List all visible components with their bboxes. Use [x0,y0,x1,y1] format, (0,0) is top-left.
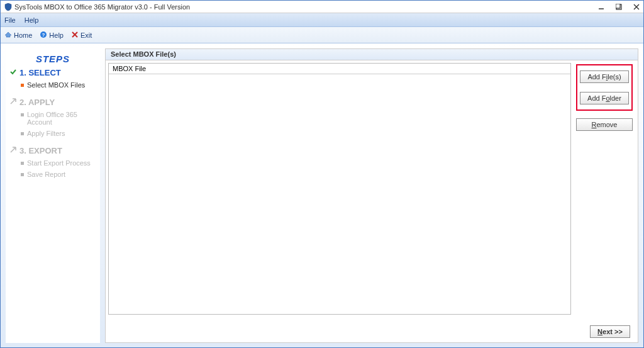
exit-icon [71,31,79,40]
maximize-icon[interactable] [616,4,622,10]
help-icon: ? [40,31,47,40]
close-icon[interactable] [633,4,640,10]
file-list[interactable]: MBOX File [108,63,571,315]
remove-button[interactable]: Remove [576,118,633,131]
step-sub-select-mbox[interactable]: Select MBOX Files [21,81,96,89]
titlebar: SysTools MBOX to Office 365 Migrator v3.… [1,1,643,13]
add-folder-button[interactable]: Add Folder [580,92,629,104]
toolbar-help[interactable]: ? Help [40,31,64,40]
column-header[interactable]: MBOX File [109,64,570,74]
menu-help[interactable]: Help [25,16,39,24]
step-sub-save-report: Save Report [21,171,96,178]
svg-rect-2 [616,4,620,8]
toolbar-home[interactable]: Home [4,31,32,40]
home-icon [4,31,12,40]
next-button[interactable]: Next >> [590,325,630,338]
minimize-icon[interactable] [598,4,604,10]
menubar: File Help [1,13,643,27]
step-1-select: 1. SELECT [9,68,96,77]
steps-sidebar: STEPS 1. SELECT Select MBOX Files 2. APP… [6,48,100,343]
toolbar: Home ? Help Exit [1,27,643,43]
menu-file[interactable]: File [4,16,16,24]
step-sub-filters: Apply Filters [21,130,96,137]
bullet-icon [21,132,24,135]
bullet-icon [21,162,24,165]
toolbar-exit[interactable]: Exit [71,31,92,40]
svg-text:?: ? [42,32,45,38]
panel-header: Select MBOX File(s) [106,49,638,60]
steps-title: STEPS [9,53,96,64]
highlight-box: Add File(s) Add Folder [576,64,633,111]
window-title: SysTools MBOX to Office 365 Migrator v3.… [14,3,598,11]
arrow-icon [9,146,17,155]
check-icon [9,68,17,77]
add-files-button[interactable]: Add File(s) [580,70,629,83]
bullet-icon [21,84,24,87]
step-sub-login: Login Office 365 Account [21,111,96,126]
main-panel: Select MBOX File(s) MBOX File Add File(s… [105,48,638,343]
app-icon [4,3,12,11]
bullet-icon [21,173,24,176]
step-sub-start-export: Start Export Process [21,159,96,167]
bullet-icon [21,113,24,116]
step-2-apply: 2. APPLY [9,98,96,107]
arrow-icon [9,98,17,107]
step-3-export: 3. EXPORT [9,146,96,155]
